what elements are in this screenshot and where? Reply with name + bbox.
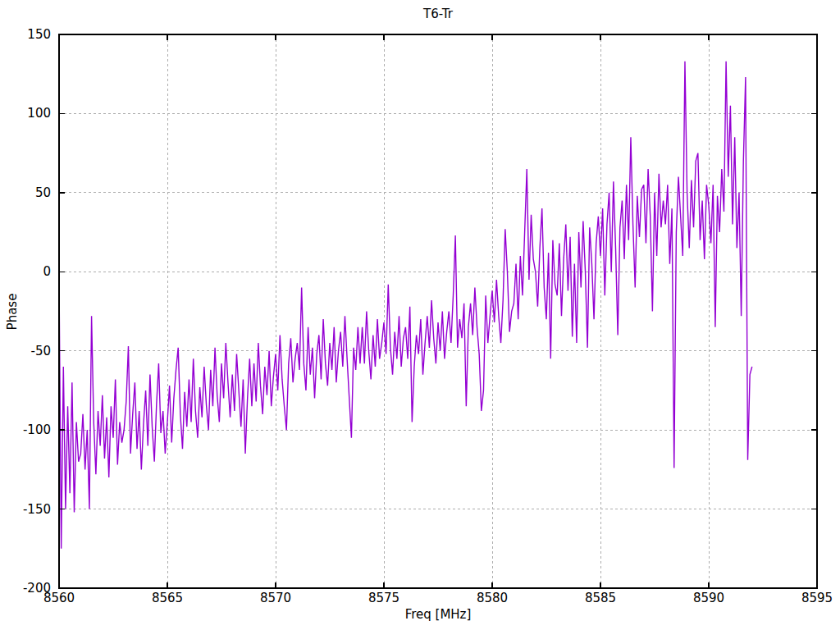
y-tick-label: 0	[43, 264, 51, 279]
plot-canvas: 85608565857085758580858585908595-200-150…	[0, 0, 840, 630]
phase-trace	[59, 62, 752, 549]
x-tick-label: 8570	[260, 591, 291, 605]
x-tick-label: 8580	[477, 591, 508, 605]
y-tick-label: -150	[23, 502, 51, 517]
y-tick-label: 150	[27, 27, 51, 42]
y-tick-label: 50	[35, 185, 51, 200]
x-tick-label: 8575	[368, 591, 399, 605]
page: { "chart_data": { "type": "line", "title…	[0, 0, 840, 630]
y-tick-label: -200	[23, 581, 51, 596]
x-tick-label: 8585	[585, 591, 616, 605]
x-tick-label: 8565	[152, 591, 183, 605]
x-tick-label: 8590	[693, 591, 724, 605]
y-tick-label: 100	[27, 106, 51, 121]
y-tick-label: -50	[31, 344, 52, 358]
phase-chart: T6-Tr Phase Freq [MHz] 85608565857085758…	[0, 0, 840, 630]
plot-border	[59, 34, 817, 588]
y-tick-label: -100	[23, 422, 51, 437]
x-tick-label: 8595	[801, 591, 833, 605]
